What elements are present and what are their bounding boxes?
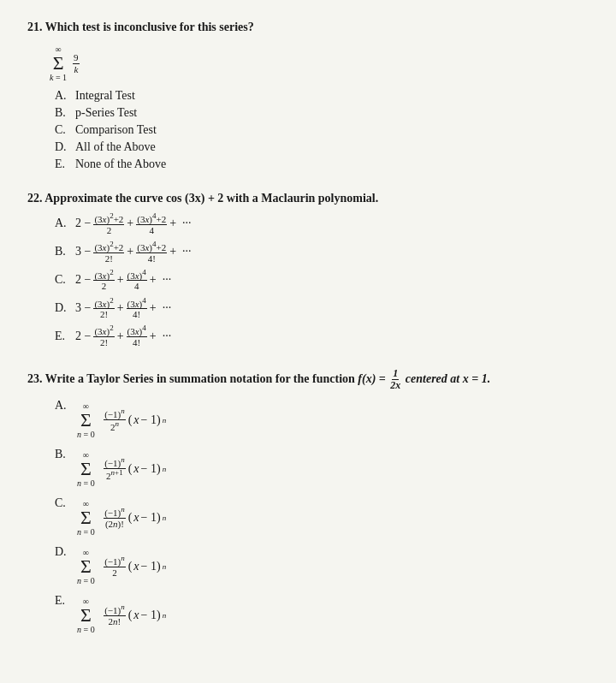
q22-options: A. 2 − (3x)2+2 2 + (3x)4+2 4 + ··· B. 3 … bbox=[55, 212, 589, 347]
q23-title: 23. Write a Taylor Series in summation n… bbox=[27, 368, 589, 391]
list-item: B. ∞ Σ n = 0 (−1)n 2n+1 (x − 1)n bbox=[55, 448, 589, 488]
q22-title: 22. Approximate the curve cos (3x) + 2 w… bbox=[27, 192, 589, 205]
list-item: A. Integral Test bbox=[55, 89, 589, 103]
q21-options: A. Integral Test B. p-Series Test C. Com… bbox=[55, 89, 589, 171]
list-item: A. ∞ Σ n = 0 (−1)n 2n (x − 1)n bbox=[55, 399, 589, 439]
list-item: A. 2 − (3x)2+2 2 + (3x)4+2 4 + ··· bbox=[55, 212, 589, 235]
list-item: E. None of the Above bbox=[55, 157, 589, 171]
list-item: C. Comparison Test bbox=[55, 123, 589, 137]
list-item: C. 2 − (3x)2 2 + (3x)4 4 + ··· bbox=[55, 269, 589, 292]
question-21: 21. Which test is inconclusive for this … bbox=[27, 21, 589, 171]
q22-option-b: 3 − (3x)2+2 2! + (3x)4+2 4! + ··· bbox=[75, 241, 192, 264]
q23-option-c: ∞ Σ n = 0 (−1)n (2n)! (x − 1)n bbox=[75, 499, 166, 537]
q23-number: 23. bbox=[27, 372, 45, 385]
list-item: D. 3 − (3x)2 2! + (3x)4 4! + ··· bbox=[55, 297, 589, 320]
q22-option-a: 2 − (3x)2+2 2 + (3x)4+2 4 + ··· bbox=[75, 212, 192, 235]
q21-title: 21. Which test is inconclusive for this … bbox=[27, 21, 589, 34]
list-item: D. All of the Above bbox=[55, 140, 589, 154]
question-23: 23. Write a Taylor Series in summation n… bbox=[27, 368, 589, 633]
q22-option-d: 3 − (3x)2 2! + (3x)4 4! + ··· bbox=[75, 297, 171, 320]
q23-options: A. ∞ Σ n = 0 (−1)n 2n (x − 1)n B. bbox=[55, 399, 589, 634]
q23-option-b: ∞ Σ n = 0 (−1)n 2n+1 (x − 1)n bbox=[75, 450, 166, 488]
q21-series: ∞ Σ k = 1 9 k bbox=[48, 41, 589, 82]
q23-option-e: ∞ Σ n = 0 (−1)n 2n! (x − 1)n bbox=[75, 597, 166, 634]
q22-number: 22. bbox=[27, 192, 44, 205]
q22-option-c: 2 − (3x)2 2 + (3x)4 4 + ··· bbox=[75, 269, 171, 292]
list-item: C. ∞ Σ n = 0 (−1)n (2n)! (x − 1)n bbox=[55, 496, 589, 537]
list-item: D. ∞ Σ n = 0 (−1)n 2 (x − 1)n bbox=[55, 545, 589, 585]
list-item: B. 3 − (3x)2+2 2! + (3x)4+2 4! + ··· bbox=[55, 241, 589, 264]
q21-number: 21. bbox=[27, 21, 45, 33]
question-22: 22. Approximate the curve cos (3x) + 2 w… bbox=[27, 192, 589, 347]
summation-symbol: ∞ Σ k = 1 bbox=[50, 45, 67, 82]
list-item: E. 2 − (3x)2 2! + (3x)4 4! + ··· bbox=[55, 324, 589, 347]
q22-option-e: 2 − (3x)2 2! + (3x)4 4! + ··· bbox=[75, 324, 171, 347]
q23-option-a: ∞ Σ n = 0 (−1)n 2n (x − 1)n bbox=[75, 401, 166, 439]
list-item: B. p-Series Test bbox=[55, 106, 589, 120]
series-fraction: 9 k bbox=[73, 52, 80, 74]
q23-option-d: ∞ Σ n = 0 (−1)n 2 (x − 1)n bbox=[75, 548, 166, 585]
list-item: E. ∞ Σ n = 0 (−1)n 2n! (x − 1)n bbox=[55, 594, 589, 634]
